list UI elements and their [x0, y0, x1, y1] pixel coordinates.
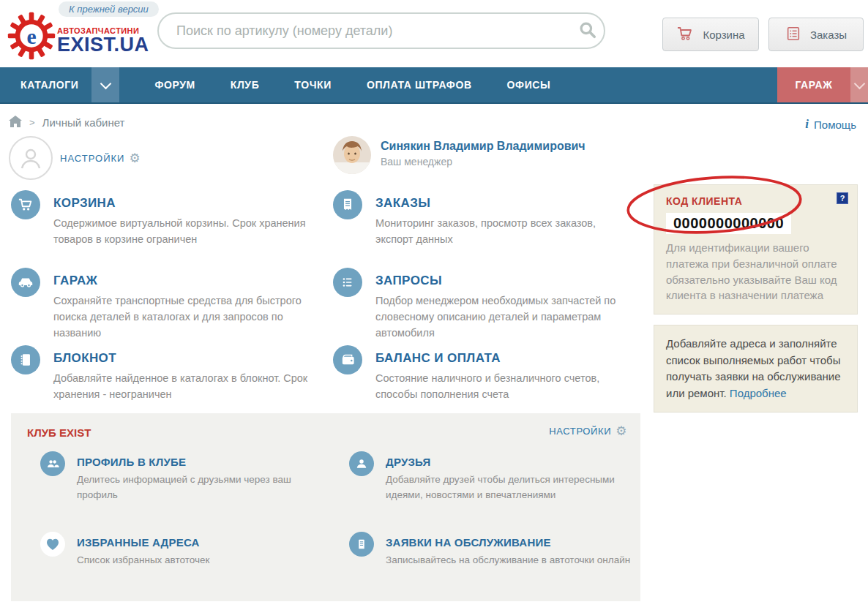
- catalogs-chevron-button[interactable]: [91, 67, 119, 102]
- card-title: ЗАКАЗЫ: [375, 190, 644, 211]
- nav-item-catalogs[interactable]: КАТАЛОГИ: [0, 67, 91, 102]
- heart-icon: [40, 532, 65, 557]
- card-description: Мониторинг заказов, просмотр всех заказо…: [375, 216, 633, 248]
- orders-list-icon: [785, 26, 801, 44]
- search-bar: [157, 12, 605, 49]
- chevron-down-icon: [100, 78, 112, 89]
- help-link[interactable]: i Помощь: [805, 117, 856, 132]
- orders-button[interactable]: Заказы: [768, 18, 864, 51]
- card-favorite-addresses[interactable]: ИЗБРАННЫЕ АДРЕСА Список избранных автото…: [40, 532, 326, 568]
- card-requests[interactable]: ЗАПРОСЫ Подбор менеджером необходимых за…: [333, 268, 644, 345]
- client-code-value: 0000000000000: [666, 213, 791, 234]
- card-club-profile[interactable]: ПРОФИЛЬ В КЛУБЕ Делитесь информацией с д…: [40, 451, 326, 503]
- card-title: ИЗБРАННЫЕ АДРЕСА: [77, 532, 326, 549]
- club-settings-label: НАСТРОЙКИ: [549, 426, 611, 437]
- nav-item-points[interactable]: ТОЧКИ: [277, 67, 349, 102]
- main-navbar: КАТАЛОГИ ФОРУМ КЛУБ ТОЧКИ ОПЛАТА ШТРАФОВ…: [0, 67, 868, 104]
- manager-avatar: [333, 136, 371, 177]
- search-icon: [578, 20, 597, 42]
- personal-cabinet-page: е АВТОЗАПЧАСТИНИ EXIST.UA К прежней верс…: [0, 0, 868, 610]
- search-input[interactable]: [159, 23, 572, 39]
- service-note-box: Добавляйте адреса и заполняйте список вы…: [654, 325, 858, 413]
- card-description: Записывайтесь на обслуживание в автоточк…: [386, 553, 631, 568]
- card-title: ГАРАЖ: [53, 268, 322, 288]
- old-version-link[interactable]: К прежней версии: [59, 1, 159, 17]
- club-settings-link[interactable]: НАСТРОЙКИ ⚙: [549, 425, 627, 437]
- car-icon: [11, 268, 40, 297]
- manager-role: Ваш менеджер: [381, 156, 585, 167]
- card-description: Добавляйте найденное в каталогах в блокн…: [53, 371, 311, 403]
- card-service-requests[interactable]: ЗАЯВКИ НА ОБСЛУЖИВАНИЕ Записывайтесь на …: [349, 532, 635, 568]
- home-icon[interactable]: [9, 116, 22, 129]
- card-description: Добавляйте друзей чтобы делиться интерес…: [386, 472, 631, 503]
- card-title: ПРОФИЛЬ В КЛУБЕ: [77, 451, 326, 468]
- document-icon: [349, 532, 374, 557]
- card-title: КОРЗИНА: [53, 190, 322, 211]
- cart-button[interactable]: Корзина: [662, 18, 759, 51]
- header: е АВТОЗАПЧАСТИНИ EXIST.UA К прежней верс…: [0, 0, 868, 67]
- cards-column-left: КОРЗИНА Содержимое виртуальной корзины. …: [11, 190, 322, 423]
- settings-link-label: НАСТРОЙКИ: [60, 153, 124, 164]
- breadcrumb-current: Личный кабинет: [42, 116, 125, 129]
- card-description: Список избранных автоточек: [77, 553, 322, 568]
- nav-item-forum[interactable]: ФОРУМ: [137, 67, 212, 102]
- people-icon: [40, 451, 65, 476]
- card-friends[interactable]: ДРУЗЬЯ Добавляйте друзей чтобы делиться …: [349, 451, 635, 503]
- orders-button-label: Заказы: [810, 29, 847, 41]
- nav-item-garage[interactable]: ГАРАЖ: [777, 67, 850, 102]
- card-title: БАЛАНС И ОПЛАТА: [375, 345, 644, 366]
- request-list-icon: [333, 268, 362, 297]
- card-garage[interactable]: ГАРАЖ Сохраняйте транспортные средства д…: [11, 268, 322, 345]
- nav-spacer: [568, 67, 777, 102]
- person-silhouette-icon: [18, 145, 44, 171]
- card-description: Делитесь информацией с друзьями через ва…: [77, 472, 322, 503]
- gear-icon: ⚙: [129, 152, 141, 165]
- search-button[interactable]: [572, 15, 604, 47]
- card-description: Сохраняйте транспортные средства для быс…: [53, 293, 311, 341]
- cards-column-middle: ЗАКАЗЫ Мониторинг заказов, просмотр всех…: [333, 190, 644, 423]
- manager-block: Синякин Владимир Владимирович Ваш менедж…: [333, 136, 585, 177]
- cart-icon: [676, 26, 694, 44]
- breadcrumb: > Личный кабинет: [9, 116, 124, 129]
- manager-name: Синякин Владимир Владимирович: [381, 140, 585, 153]
- more-details-link[interactable]: Подробнее: [730, 387, 787, 399]
- card-title: БЛОКНОТ: [53, 345, 322, 366]
- manager-info: Синякин Владимир Владимирович Ваш менедж…: [381, 136, 585, 177]
- client-code-note: Для идентификации вашего платежа при без…: [666, 240, 845, 304]
- help-badge-icon[interactable]: ?: [837, 192, 848, 204]
- wallet-icon: [333, 345, 362, 374]
- client-code-title: КОД КЛИЕНТА: [666, 195, 845, 207]
- card-cart[interactable]: КОРЗИНА Содержимое виртуальной корзины. …: [11, 190, 322, 268]
- profile-settings-link[interactable]: НАСТРОЙКИ ⚙: [60, 152, 141, 165]
- card-description: Содержимое виртуальной корзины. Срок хра…: [53, 216, 311, 248]
- gear-icon: ⚙: [616, 425, 627, 437]
- nav-item-fines[interactable]: ОПЛАТА ШТРАФОВ: [349, 67, 490, 102]
- cart-icon: [11, 190, 40, 219]
- club-title: КЛУБ EXIST: [27, 426, 91, 439]
- garage-chevron-button[interactable]: [850, 67, 868, 102]
- logo-text: АВТОЗАПЧАСТИНИ EXIST.UA: [57, 26, 149, 55]
- gear-logo-icon: е: [7, 12, 56, 63]
- card-title: ЗАЯВКИ НА ОБСЛУЖИВАНИЕ: [386, 532, 635, 549]
- card-description: Состояние наличного и безналичного счето…: [375, 371, 633, 403]
- sidebar: ? КОД КЛИЕНТА 0000000000000 Для идентифи…: [654, 184, 858, 413]
- notebook-icon: [11, 345, 40, 374]
- user-avatar-placeholder[interactable]: [9, 136, 53, 180]
- svg-text:е: е: [26, 25, 36, 48]
- cart-button-label: Корзина: [703, 29, 744, 41]
- help-link-label: Помощь: [814, 118, 856, 131]
- logo-title: EXIST.UA: [57, 35, 149, 55]
- info-icon: i: [805, 117, 809, 132]
- card-title: ЗАПРОСЫ: [375, 268, 644, 288]
- card-balance[interactable]: БАЛАНС И ОПЛАТА Состояние наличного и бе…: [333, 345, 644, 423]
- club-exist-panel: КЛУБ EXIST НАСТРОЙКИ ⚙ ПРОФИЛЬ В КЛУБЕ Д…: [11, 413, 640, 601]
- card-notebook[interactable]: БЛОКНОТ Добавляйте найденное в каталогах…: [11, 345, 322, 423]
- card-description: Подбор менеджером необходимых запчастей …: [375, 293, 633, 341]
- card-title: ДРУЗЬЯ: [386, 451, 635, 468]
- chevron-down-icon: [853, 78, 865, 89]
- person-icon: [349, 451, 374, 476]
- nav-item-offices[interactable]: ОФИСЫ: [490, 67, 569, 102]
- card-orders[interactable]: ЗАКАЗЫ Мониторинг заказов, просмотр всех…: [333, 190, 644, 268]
- breadcrumb-separator: >: [29, 117, 35, 128]
- nav-item-club[interactable]: КЛУБ: [213, 67, 277, 102]
